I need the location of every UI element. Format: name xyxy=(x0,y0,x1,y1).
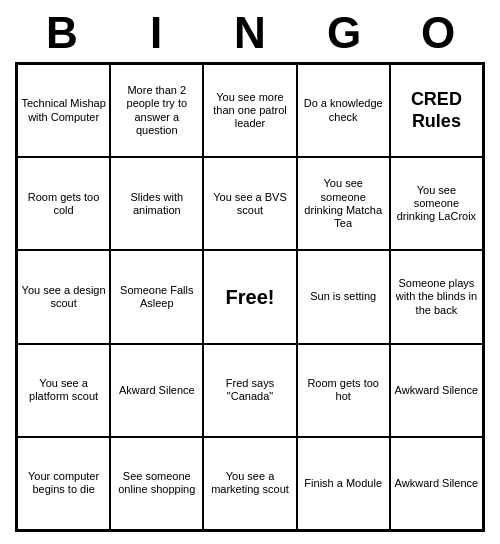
letter-i: I xyxy=(113,8,199,58)
bingo-cell-3[interactable]: Do a knowledge check xyxy=(297,64,390,157)
letter-o: O xyxy=(395,8,481,58)
bingo-cell-17[interactable]: Fred says "Canada" xyxy=(203,344,296,437)
bingo-cell-10[interactable]: You see a design scout xyxy=(17,250,110,343)
bingo-cell-21[interactable]: See someone online shopping xyxy=(110,437,203,530)
letter-b: B xyxy=(19,8,105,58)
bingo-cell-15[interactable]: You see a platform scout xyxy=(17,344,110,437)
bingo-cell-18[interactable]: Room gets too hot xyxy=(297,344,390,437)
bingo-cell-23[interactable]: Finish a Module xyxy=(297,437,390,530)
bingo-cell-8[interactable]: You see someone drinking Matcha Tea xyxy=(297,157,390,250)
bingo-cell-5[interactable]: Room gets too cold xyxy=(17,157,110,250)
bingo-cell-0[interactable]: Technical Mishap with Computer xyxy=(17,64,110,157)
bingo-cell-13[interactable]: Sun is setting xyxy=(297,250,390,343)
bingo-cell-16[interactable]: Akward Silence xyxy=(110,344,203,437)
bingo-cell-20[interactable]: Your computer begins to die xyxy=(17,437,110,530)
bingo-cell-12[interactable]: Free! xyxy=(203,250,296,343)
bingo-header: B I N G O xyxy=(15,8,485,58)
bingo-cell-14[interactable]: Someone plays with the blinds in the bac… xyxy=(390,250,483,343)
bingo-grid: Technical Mishap with ComputerMore than … xyxy=(15,62,485,532)
bingo-cell-1[interactable]: More than 2 people try to answer a quest… xyxy=(110,64,203,157)
bingo-cell-24[interactable]: Awkward Silence xyxy=(390,437,483,530)
letter-n: N xyxy=(207,8,293,58)
letter-g: G xyxy=(301,8,387,58)
bingo-cell-7[interactable]: You see a BVS scout xyxy=(203,157,296,250)
bingo-cell-4[interactable]: CRED Rules xyxy=(390,64,483,157)
bingo-cell-19[interactable]: Awkward Silence xyxy=(390,344,483,437)
bingo-cell-22[interactable]: You see a marketing scout xyxy=(203,437,296,530)
bingo-cell-6[interactable]: Slides with animation xyxy=(110,157,203,250)
bingo-cell-11[interactable]: Someone Falls Asleep xyxy=(110,250,203,343)
bingo-cell-9[interactable]: You see someone drinking LaCroix xyxy=(390,157,483,250)
bingo-cell-2[interactable]: You see more than one patrol leader xyxy=(203,64,296,157)
